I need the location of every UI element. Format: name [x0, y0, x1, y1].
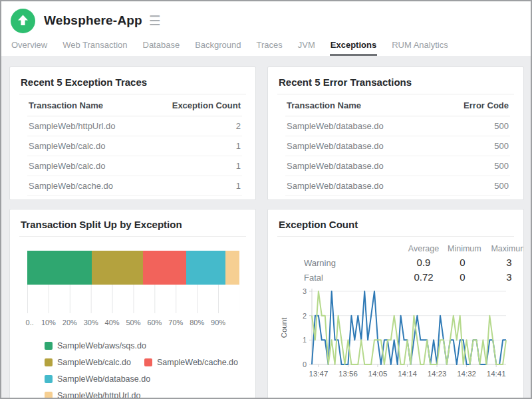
value-cell: 500 — [437, 136, 510, 156]
stats-value: 3 — [477, 270, 524, 285]
stats-corner — [293, 239, 400, 255]
transaction-name[interactable]: SampleWeb/database.do — [285, 176, 437, 196]
legend-swatch-icon — [45, 342, 53, 350]
transaction-name[interactable]: SampleWeb/calc.do — [27, 136, 152, 156]
column-header: Error Code — [437, 94, 510, 116]
tab-traces[interactable]: Traces — [256, 38, 283, 56]
exception-count-stats: AverageMinimumMaximumWarning0.903Fatal0.… — [293, 239, 524, 285]
legend-item[interactable]: SampleWeb/httpUrl.do — [45, 391, 141, 399]
legend-label: SampleWeb/cache.do — [157, 358, 238, 367]
bar-segment[interactable] — [92, 251, 143, 285]
tab-overview[interactable]: Overview — [11, 38, 48, 56]
y-tick-label: 3 — [303, 287, 307, 295]
panel-recent-error-transactions: Recent 5 Error Transactions Transaction … — [267, 66, 524, 200]
tab-exceptions[interactable]: Exceptions — [330, 38, 377, 56]
tab-database[interactable]: Database — [142, 38, 181, 56]
bar-segment[interactable] — [143, 251, 186, 285]
panel-exception-count: Exception Count AverageMinimumMaximumWar… — [267, 209, 524, 399]
dashboard-grid: Recent 5 Exception Traces Transaction Na… — [1, 56, 531, 399]
legend-item[interactable]: SampleWeb/calc.do — [45, 358, 131, 367]
value-cell: 500 — [437, 116, 510, 136]
error-transaction-row[interactable]: SampleWeb/database.do500 — [285, 136, 510, 156]
bar-segment[interactable] — [186, 251, 225, 285]
error-transaction-row[interactable]: SampleWeb/database.do500 — [285, 176, 510, 196]
panel-title: Recent 5 Exception Traces — [19, 76, 246, 94]
exception-trace-row[interactable]: SampleWeb/httpUrl.do2 — [27, 116, 242, 136]
app-title: Websphere-App — [44, 13, 142, 28]
tab-web-transaction[interactable]: Web Transaction — [62, 38, 128, 56]
stats-value: 0.9 — [400, 255, 448, 270]
arrow-up-icon — [11, 9, 35, 33]
legend-item[interactable]: SampleWeb/cache.do — [144, 358, 238, 367]
stats-value: 0.72 — [400, 270, 448, 285]
value-cell: 500 — [437, 176, 510, 196]
stats-value: 3 — [477, 255, 524, 270]
stacked-bar-plot — [27, 251, 239, 313]
stats-value: 0 — [448, 270, 477, 285]
x-tick-label: 14:32 — [457, 370, 476, 378]
tab-jvm[interactable]: JVM — [297, 38, 316, 56]
tab-background[interactable]: Background — [194, 38, 241, 56]
transaction-name[interactable]: SampleWeb/cache.do — [27, 176, 152, 196]
legend-swatch-icon — [144, 358, 152, 366]
x-tick-label: 14:05 — [368, 370, 388, 378]
x-tick-label: 50% — [126, 319, 140, 327]
value-cell: 1 — [152, 156, 242, 176]
column-header: Exception Count — [152, 94, 242, 116]
panel-title: Recent 5 Error Transactions — [277, 76, 514, 94]
x-tick-label: 10% — [41, 319, 56, 327]
legend-swatch-icon — [45, 358, 53, 366]
value-cell: 1 — [152, 176, 242, 196]
transaction-name[interactable]: SampleWeb/database.do — [285, 196, 437, 201]
transaction-name[interactable]: SampleWeb/database.do — [285, 136, 437, 156]
legend-swatch-icon — [45, 392, 53, 399]
panel-title: Transaction Split Up by Exception — [19, 218, 246, 237]
y-tick-label: 0 — [303, 360, 307, 368]
error-transaction-row[interactable]: SampleWeb/database.do500 — [285, 196, 510, 201]
error-transaction-row[interactable]: SampleWeb/database.do500 — [285, 156, 510, 176]
stacked-bar-legend: SampleWeb/aws/sqs.doSampleWeb/calc.doSam… — [45, 341, 241, 399]
line-chart-svg: 012313:4713:5614:0514:1414:2314:3214:41C… — [277, 286, 514, 399]
x-tick-label: 14:23 — [428, 370, 447, 378]
exception-count-line-chart: 012313:4713:5614:0514:1414:2314:3214:41C… — [277, 286, 514, 399]
app-header: Websphere-App ☰ OverviewWeb TransactionD… — [1, 1, 531, 56]
tab-rum-analytics[interactable]: RUM Analytics — [391, 38, 449, 56]
hamburger-menu-icon[interactable]: ☰ — [149, 14, 161, 27]
value-cell: 500 — [437, 196, 510, 201]
legend-label: SampleWeb/aws/sqs.do — [57, 341, 146, 350]
exception-trace-row[interactable]: SampleWeb/database.do1 — [27, 196, 242, 201]
x-tick-label: 13:56 — [338, 370, 358, 378]
legend-label: SampleWeb/calc.do — [57, 358, 131, 367]
app-status-up-icon — [11, 9, 35, 33]
exception-trace-row[interactable]: SampleWeb/cache.do1 — [27, 176, 242, 196]
x-tick-label: 14:14 — [398, 370, 417, 378]
y-tick-label: 2 — [303, 312, 307, 320]
error-transaction-row[interactable]: SampleWeb/database.do500 — [285, 116, 510, 136]
transaction-name[interactable]: SampleWeb/database.do — [27, 196, 152, 201]
transaction-name[interactable]: SampleWeb/calc.do — [27, 156, 152, 176]
transaction-name[interactable]: SampleWeb/database.do — [285, 116, 437, 136]
legend-item[interactable]: SampleWeb/database.do — [45, 374, 150, 384]
panel-title: Exception Count — [277, 218, 514, 237]
bar-segment[interactable] — [27, 251, 92, 285]
x-tick-label: 20% — [63, 319, 77, 327]
x-tick-label: 13:47 — [309, 370, 329, 378]
value-cell: 1 — [152, 196, 242, 201]
transaction-name[interactable]: SampleWeb/httpUrl.do — [27, 116, 152, 136]
x-tick-label: 60% — [147, 319, 162, 327]
x-tick-label: 30% — [84, 319, 98, 327]
transaction-name[interactable]: SampleWeb/database.do — [285, 156, 437, 176]
stats-column-header: Minimum — [448, 239, 477, 255]
exception-trace-row[interactable]: SampleWeb/calc.do1 — [27, 156, 242, 176]
legend-item[interactable]: SampleWeb/aws/sqs.do — [45, 341, 146, 350]
legend-label: SampleWeb/httpUrl.do — [57, 391, 141, 399]
legend-label: SampleWeb/database.do — [57, 374, 150, 384]
stats-row-label: Fatal — [293, 270, 400, 285]
stats-value: 0 — [448, 255, 477, 270]
value-cell: 1 — [152, 136, 242, 156]
x-tick-label: 90% — [211, 319, 225, 327]
exception-trace-row[interactable]: SampleWeb/calc.do1 — [27, 136, 242, 156]
tab-bar: OverviewWeb TransactionDatabaseBackgroun… — [11, 34, 531, 56]
panel-recent-exception-traces: Recent 5 Exception Traces Transaction Na… — [9, 66, 256, 200]
bar-segment[interactable] — [225, 251, 239, 285]
